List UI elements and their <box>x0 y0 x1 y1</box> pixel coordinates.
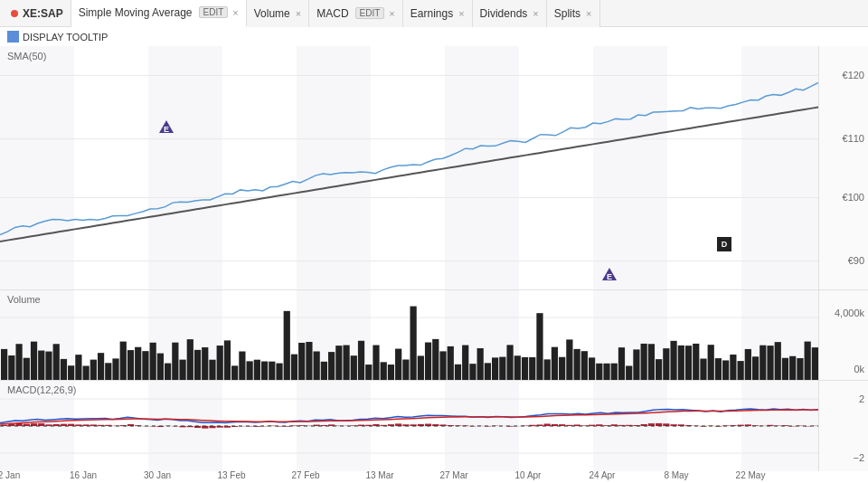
ticker-dot <box>11 10 18 17</box>
x-label-27mar: 27 Mar <box>439 470 467 480</box>
x-label-30jan: 30 Jan <box>144 470 171 480</box>
y-label-120: €120 <box>843 70 864 80</box>
tooltip-label: DISPLAY TOOLTIP <box>23 32 108 43</box>
x-label-22may: 22 May <box>736 470 766 480</box>
main-canvas <box>0 46 818 290</box>
y-label-110: €110 <box>843 133 864 144</box>
volume-canvas <box>0 290 818 381</box>
volume-chart: Volume 4,000k 0k <box>0 290 868 381</box>
macd-y-axis: 2 −2 <box>818 381 868 471</box>
tab-dividends-label: Dividends <box>480 7 528 20</box>
main-y-axis: €120 €110 €100 €90 <box>818 46 868 289</box>
x-label-10apr: 10 Apr <box>515 470 542 480</box>
volume-chart-label: Volume <box>7 294 41 305</box>
tooltip-toggle[interactable]: DISPLAY TOOLTIP <box>0 27 868 46</box>
y-vol-4000k: 4,000k <box>835 308 864 318</box>
tab-sma-close[interactable]: × <box>232 7 238 18</box>
x-label-16jan: 16 Jan <box>70 470 97 480</box>
tab-volume-label: Volume <box>254 7 290 20</box>
tab-macd-edit[interactable]: EDIT <box>355 7 385 19</box>
x-label-13mar: 13 Mar <box>365 470 393 480</box>
macd-chart-label: MACD(12,26,9) <box>7 384 76 395</box>
macd-chart: MACD(12,26,9) 2 −2 <box>0 381 868 471</box>
y-macd-2: 2 <box>859 393 864 404</box>
tab-volume-close[interactable]: × <box>296 8 301 19</box>
tab-splits-label: Splits <box>554 7 580 20</box>
tab-earnings[interactable]: Earnings × <box>403 0 473 27</box>
tab-splits[interactable]: Splits × <box>547 0 600 27</box>
volume-y-axis: 4,000k 0k <box>818 290 868 380</box>
y-label-90: €90 <box>848 255 864 266</box>
tab-macd[interactable]: MACD EDIT × <box>309 0 403 27</box>
chart-area: DISPLAY TOOLTIP SMA(50) €120 €110 €100 €… <box>0 27 868 483</box>
main-price-chart: SMA(50) €120 €110 €100 €90 E E D <box>0 46 868 290</box>
y-vol-0k: 0k <box>854 364 864 374</box>
tab-earnings-close[interactable]: × <box>458 8 464 19</box>
x-label-2jan: 2 Jan <box>0 470 20 480</box>
macd-canvas <box>0 381 818 471</box>
tab-macd-label: MACD <box>316 7 348 20</box>
tab-volume[interactable]: Volume × <box>247 0 309 27</box>
tab-sma[interactable]: Simple Moving Average EDIT × <box>71 0 247 27</box>
earnings-marker-2[interactable]: E <box>602 268 617 282</box>
x-label-8may: 8 May <box>664 470 688 480</box>
y-label-100: €100 <box>843 192 864 203</box>
y-macd-neg2: −2 <box>853 452 864 463</box>
tab-sma-label: Simple Moving Average <box>79 6 193 19</box>
tab-splits-close[interactable]: × <box>586 8 591 19</box>
x-axis: 2 Jan 16 Jan 30 Jan 13 Feb 27 Feb 13 Mar… <box>0 467 818 483</box>
x-label-13feb: 13 Feb <box>217 470 245 480</box>
tab-macd-close[interactable]: × <box>389 8 394 19</box>
sma-chart-label: SMA(50) <box>7 51 46 62</box>
x-label-24apr: 24 Apr <box>590 470 616 480</box>
earnings-marker-1[interactable]: E <box>159 120 174 135</box>
dividend-marker-1[interactable]: D <box>717 237 731 251</box>
ticker-label: XE:SAP <box>23 7 63 20</box>
tab-dividends[interactable]: Dividends × <box>473 0 547 27</box>
tooltip-checkbox[interactable] <box>7 31 19 43</box>
tab-ticker[interactable]: XE:SAP <box>4 0 71 27</box>
x-label-27feb: 27 Feb <box>291 470 319 480</box>
svg-text:E: E <box>607 272 612 281</box>
tab-earnings-label: Earnings <box>410 7 453 20</box>
tab-bar: XE:SAP Simple Moving Average EDIT × Volu… <box>0 0 868 27</box>
tab-dividends-close[interactable]: × <box>533 8 538 19</box>
svg-text:E: E <box>164 125 169 134</box>
tab-sma-edit[interactable]: EDIT <box>199 6 229 18</box>
